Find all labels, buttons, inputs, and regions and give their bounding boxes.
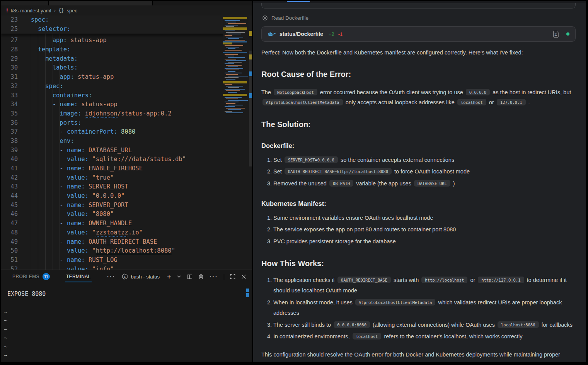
overview-ruler[interactable] <box>249 15 252 270</box>
list-item: The server still binds to 0.0.0.0:8080 (… <box>273 320 576 331</box>
minimap[interactable] <box>223 16 249 270</box>
terminal-more-icon[interactable]: ··· <box>210 273 218 280</box>
code-line[interactable]: 28 template: <box>1 45 252 54</box>
code-line[interactable]: 45 - name: SERVER_PORT <box>1 201 252 210</box>
panel-more-icon[interactable]: ··· <box>107 273 116 280</box>
read-step[interactable]: Read Dockerfile <box>262 15 576 21</box>
numbered-list: Same environment variables ensure OAuth … <box>261 213 576 247</box>
symbol-object-icon: {} <box>58 8 64 13</box>
code-line[interactable]: 44 value: "0.0.0.0" <box>1 192 252 201</box>
code-line[interactable]: 40 value: "sqlite:///data/status.db" <box>1 155 252 164</box>
code-line[interactable]: 42 value: "true" <box>1 173 252 183</box>
line-number: 45 <box>1 201 18 210</box>
minimap-line <box>225 73 242 73</box>
breadcrumb[interactable]: ! k8s-manifest.yaml › {} spec <box>1 5 252 15</box>
minimap-line <box>225 45 243 46</box>
subsection-heading: Dockerfile: <box>261 140 576 151</box>
tilde-line: ~ <box>4 308 252 316</box>
minimap-line <box>226 65 242 66</box>
minimap-line <box>228 34 241 34</box>
minimap-highlight <box>223 17 247 19</box>
code-line[interactable]: 41 - name: ENABLE_FIREHOSE <box>1 164 252 173</box>
previous-message-card-edge[interactable] <box>261 3 576 8</box>
new-terminal-button[interactable]: + <box>167 273 171 280</box>
code-line[interactable]: 50 value: "http://localhost:8080" <box>1 246 252 256</box>
minimap-line <box>228 71 235 72</box>
minimap-line <box>226 26 234 27</box>
breadcrumb-file[interactable]: k8s-manifest.yaml <box>11 8 51 14</box>
code-line[interactable]: 36 ports: <box>1 119 252 128</box>
code-line[interactable]: 39 - name: DATABASE_URL <box>1 146 252 155</box>
code-viewport[interactable]: 27 app: status-app28 template:29 metadat… <box>1 34 252 270</box>
minimap-line <box>225 84 232 85</box>
inline-code: NotLoopbackHost <box>274 89 317 95</box>
minimap-line <box>225 54 238 55</box>
active-tab-indicator <box>287 1 310 2</box>
code-line[interactable]: 33 containers: <box>1 91 252 100</box>
diff-file-icon[interactable]: ± <box>553 31 559 37</box>
code-line[interactable]: 29 metadata: <box>1 54 252 64</box>
code-line[interactable]: 37 - containerPort: 8080 <box>1 127 252 137</box>
editor-tab[interactable] <box>1 1 49 5</box>
line-number: 52 <box>1 265 18 270</box>
code-line[interactable]: 48 value: "zzstoatzz.io" <box>1 228 252 238</box>
file-diff-card[interactable]: status/Dockerfile +2 -1 ± <box>261 26 576 42</box>
minimap-highlight <box>223 94 247 96</box>
list-item: Same environment variables ensure OAuth … <box>273 213 576 224</box>
line-number: 29 <box>1 54 18 64</box>
shell-session[interactable]: $ bash - status <box>122 273 159 280</box>
kill-terminal-icon[interactable] <box>198 274 204 280</box>
code-line[interactable]: 25 selector: <box>1 25 252 34</box>
code-line[interactable]: 35 image: idjohnson/status-app:0.2 <box>1 109 252 119</box>
minimap-line <box>226 32 245 33</box>
tilde-line: ~ <box>4 343 252 351</box>
problems-count-badge: 11 <box>43 273 50 280</box>
scrollbar-thumb[interactable] <box>249 51 252 166</box>
code-line[interactable]: 31 app: status-app <box>1 73 252 82</box>
code-line[interactable]: 47 - name: OWNER_HANDLE <box>1 219 252 228</box>
code-line[interactable]: 30 labels: <box>1 63 252 73</box>
editor-tab[interactable] <box>49 1 153 5</box>
list-item: When in localhost mode, it uses AtprotoL… <box>273 297 576 319</box>
tab-terminal[interactable]: TERMINAL <box>66 274 91 279</box>
sticky-scroll[interactable]: 23 spec:25 selector: <box>1 15 252 34</box>
breadcrumb-symbol[interactable]: spec <box>67 8 77 14</box>
code-line[interactable]: 51 - name: RUST_LOG <box>1 256 252 265</box>
code-line[interactable]: 32 spec: <box>1 82 252 91</box>
terminal-scroll-mark <box>246 289 249 292</box>
line-number: 51 <box>1 256 18 265</box>
ruler-info-mark <box>249 71 252 76</box>
code-line[interactable]: 34 - name: status-app <box>1 100 252 109</box>
section-heading: Root Cause of the Error: <box>261 67 576 81</box>
divider <box>224 274 224 280</box>
tab-problems[interactable]: PROBLEMS 11 <box>12 273 50 280</box>
code-line[interactable]: 49 - name: OAUTH_REDIRECT_BASE <box>1 238 252 247</box>
code-line[interactable]: 46 value: "8080" <box>1 210 252 219</box>
list-item: In containerized environments, localhost… <box>273 331 576 342</box>
numbered-list: Set SERVER_HOST=0.0.0.0 so the container… <box>261 155 576 189</box>
minimap-line <box>225 31 235 31</box>
editor-tab-bar[interactable] <box>1 1 252 5</box>
code-line[interactable]: 27 app: status-app <box>1 36 252 45</box>
minimap-line <box>225 102 239 102</box>
minimap-line <box>226 47 239 48</box>
paragraph: The NotLoopbackHost error occurred becau… <box>261 87 576 108</box>
minimap-line <box>228 62 242 63</box>
docker-whale-icon <box>268 31 276 37</box>
inline-code: AtprotoLocalhostClientMetadata <box>262 99 343 105</box>
yaml-file-icon: ! <box>6 7 8 14</box>
code-line[interactable]: 43 - name: SERVER_HOST <box>1 182 252 192</box>
line-number: 44 <box>1 192 18 201</box>
close-panel-icon[interactable] <box>241 274 246 279</box>
minimap-line <box>225 111 232 112</box>
code-line[interactable]: 23 spec: <box>1 15 252 25</box>
code-editor[interactable]: 23 spec:25 selector: 27 app: status-app2… <box>1 15 252 270</box>
maximize-panel-icon[interactable] <box>230 274 235 279</box>
split-terminal-icon[interactable] <box>187 274 193 280</box>
inline-code: 0.0.0.0:8080 <box>334 321 370 328</box>
code-line[interactable]: 52 value: "info" <box>1 265 252 270</box>
terminal-dropdown-icon[interactable] <box>177 275 181 278</box>
code-line[interactable]: 38 env: <box>1 137 252 146</box>
terminal-output[interactable]: EXPOSE 8080 <box>7 290 252 297</box>
minimap-line <box>228 105 243 105</box>
